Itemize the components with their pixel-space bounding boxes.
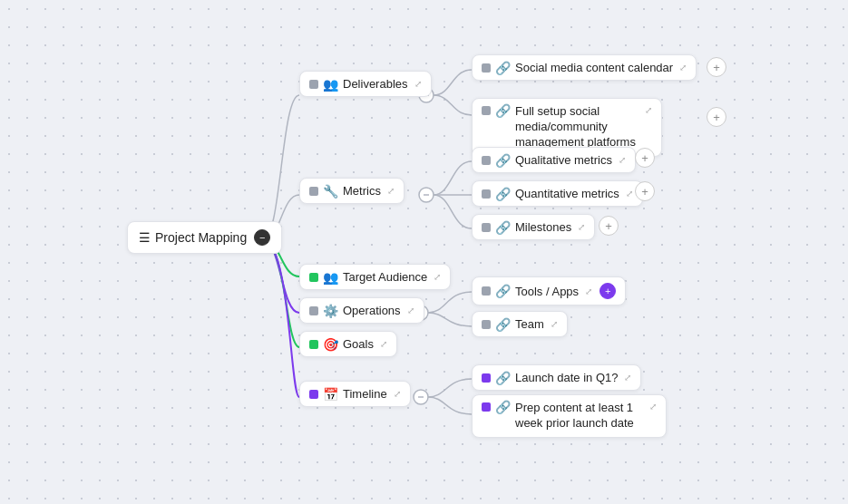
qualitative-label: Qualitative metrics — [515, 153, 612, 167]
svg-point-2 — [419, 188, 434, 202]
tools-apps-expand-btn[interactable]: + — [599, 283, 616, 299]
milestones-label: Milestones — [515, 220, 571, 234]
metrics-node[interactable]: 🔧 Metrics ⤢ — [299, 178, 405, 204]
milestones-square — [482, 223, 491, 232]
metrics-label: Metrics — [343, 184, 381, 198]
deliverables-label: Deliverables — [343, 77, 408, 91]
quantitative-arrow: ⤢ — [626, 189, 633, 199]
tools-apps-label: Tools / Apps — [515, 285, 579, 298]
timeline-label: Timeline — [343, 387, 387, 401]
team-square — [482, 320, 491, 329]
milestones-arrow: ⤢ — [578, 222, 585, 232]
operations-square — [309, 306, 318, 315]
metrics-square — [309, 187, 318, 196]
social-calendar-arrow: ⤢ — [679, 63, 687, 73]
target-audience-label: Target Audience — [343, 270, 427, 284]
prep-content-node[interactable]: 🔗 Prep content at least 1 week prior lau… — [472, 394, 667, 438]
operations-node[interactable]: ⚙️ Operations ⤢ — [299, 297, 424, 324]
qualitative-add-btn[interactable]: + — [635, 148, 655, 168]
milestones-node[interactable]: 🔗 Milestones ⤢ — [472, 214, 595, 240]
tools-apps-icon: 🔗 — [495, 285, 511, 297]
timeline-node[interactable]: 📅 Timeline ⤢ — [299, 381, 411, 407]
social-calendar-add-btn[interactable]: + — [707, 57, 726, 77]
deliverables-square — [309, 80, 318, 89]
root-label: Project Mapping — [155, 230, 247, 245]
full-setup-label: Full setup social media/community manage… — [515, 104, 638, 150]
qualitative-icon: 🔗 — [495, 154, 511, 167]
target-audience-arrow: ⤢ — [434, 272, 441, 282]
prep-content-icon: 🔗 — [495, 401, 511, 413]
milestones-icon: 🔗 — [495, 221, 511, 234]
goals-icon: 🎯 — [323, 338, 338, 351]
timeline-arrow: ⤢ — [394, 389, 401, 399]
qualitative-square — [482, 156, 491, 165]
operations-arrow: ⤢ — [407, 305, 414, 315]
quantitative-node[interactable]: 🔗 Quantitative metrics ⤢ — [472, 180, 643, 207]
root-expand-btn[interactable]: − — [254, 229, 270, 246]
qualitative-node[interactable]: 🔗 Qualitative metrics ⤢ — [472, 147, 636, 173]
full-setup-square — [482, 106, 491, 115]
quantitative-add-btn[interactable]: + — [635, 181, 655, 201]
goals-node[interactable]: 🎯 Goals ⤢ — [299, 331, 397, 357]
prep-content-label: Prep content at least 1 week prior launc… — [515, 401, 643, 431]
root-icon: ☰ — [139, 231, 151, 244]
operations-icon: ⚙️ — [323, 305, 338, 317]
quantitative-label: Quantitative metrics — [515, 187, 619, 200]
launch-date-square — [482, 373, 491, 383]
full-setup-icon: 🔗 — [495, 104, 511, 117]
qualitative-arrow: ⤢ — [619, 155, 626, 165]
social-calendar-node[interactable]: 🔗 Social media content calendar ⤢ — [472, 54, 697, 81]
prep-content-square — [482, 402, 491, 412]
milestones-add-btn[interactable]: + — [599, 216, 619, 236]
full-setup-arrow: ⤢ — [645, 104, 652, 116]
goals-arrow: ⤢ — [380, 339, 387, 349]
social-calendar-icon: 🔗 — [495, 62, 511, 74]
target-audience-node[interactable]: 👥 Target Audience ⤢ — [299, 264, 451, 290]
launch-date-arrow: ⤢ — [624, 373, 631, 383]
social-calendar-square — [482, 63, 491, 73]
team-label: Team — [515, 317, 544, 331]
deliverables-icon: 👥 — [323, 78, 338, 91]
deliverables-arrow: ⤢ — [414, 79, 422, 89]
timeline-icon: 📅 — [323, 388, 338, 401]
prep-content-arrow: ⤢ — [649, 401, 657, 412]
launch-date-node[interactable]: 🔗 Launch date in Q1? ⤢ — [472, 364, 641, 391]
metrics-icon: 🔧 — [323, 185, 338, 198]
launch-date-icon: 🔗 — [495, 372, 511, 384]
quantitative-square — [482, 189, 491, 199]
svg-point-6 — [414, 390, 428, 404]
team-arrow: ⤢ — [551, 319, 558, 329]
team-node[interactable]: 🔗 Team ⤢ — [472, 311, 568, 337]
full-setup-add-btn[interactable]: + — [707, 107, 726, 127]
root-node[interactable]: ☰ Project Mapping − — [127, 221, 282, 254]
tools-apps-node[interactable]: 🔗 Tools / Apps ⤢ + — [472, 276, 626, 305]
tools-apps-arrow: ⤢ — [585, 286, 592, 296]
deliverables-node[interactable]: 👥 Deliverables ⤢ — [299, 71, 432, 97]
goals-square — [309, 340, 318, 349]
tools-apps-square — [482, 286, 491, 296]
metrics-arrow: ⤢ — [387, 186, 395, 196]
quantitative-icon: 🔗 — [495, 188, 511, 200]
social-calendar-label: Social media content calendar — [515, 61, 673, 74]
target-audience-square — [309, 273, 318, 282]
launch-date-label: Launch date in Q1? — [515, 371, 618, 384]
target-audience-icon: 👥 — [323, 271, 338, 284]
team-icon: 🔗 — [495, 318, 511, 331]
goals-label: Goals — [343, 337, 374, 351]
mind-map-canvas: ☰ Project Mapping − 👥 Deliverables ⤢ 🔧 M… — [0, 0, 848, 504]
timeline-square — [309, 390, 318, 399]
operations-label: Operations — [343, 304, 401, 317]
